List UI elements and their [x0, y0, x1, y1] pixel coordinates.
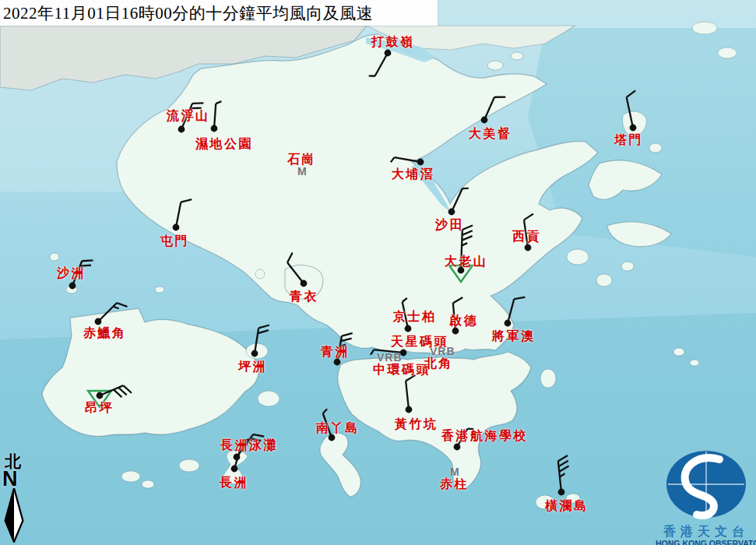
station-label: 濕地公園	[195, 137, 253, 151]
station-label: 啟德	[449, 314, 478, 328]
island-lung-kwu-chau	[50, 253, 59, 261]
island-tung-lung	[540, 369, 556, 388]
hko-logo-icon	[657, 449, 755, 521]
north-compass: 北 N	[2, 454, 36, 545]
station-label: 流浮山	[167, 109, 210, 123]
station-label: 北角	[424, 357, 453, 371]
station-label: 長洲泳灘	[220, 438, 278, 452]
station-label: 中環碼頭	[373, 363, 431, 377]
station-label: 赤鱲角	[83, 326, 127, 340]
island-brothers	[155, 287, 164, 293]
island-ma-wan	[255, 269, 265, 279]
island-ninepin-2	[690, 360, 699, 366]
hko-logo: 香港天文台 HONG KONG OBSERVATORY	[656, 449, 756, 545]
title-bar: 2022年11月01日16時00分的十分鐘平均風向及風速	[0, 0, 438, 26]
station-label: 打鼓嶺	[371, 35, 415, 49]
station-label: 青洲	[321, 345, 350, 359]
island-ninepin-1	[673, 348, 684, 356]
island-grass	[649, 143, 662, 153]
hko-name-en: HONG KONG OBSERVATORY	[656, 539, 756, 545]
hko-name-zh: 香港天文台	[656, 524, 756, 539]
station-label: 將軍澳	[492, 329, 536, 343]
station-label: 昂坪	[85, 401, 114, 415]
station-label: 坪洲	[238, 360, 267, 374]
station-label: 香港航海學校	[441, 429, 528, 443]
station-label: 橫瀾島	[545, 499, 589, 513]
island-jin	[596, 274, 612, 287]
station-label: 沙洲	[57, 266, 86, 280]
wind-map-page: 2022年11月01日16時00分的十分鐘平均風向及風速 打鼓嶺流浮山濕地公園石…	[0, 0, 756, 545]
station-label: 青衣	[290, 290, 318, 304]
station-label: 南丫島	[316, 421, 360, 435]
island-hei-ling-chau	[258, 391, 280, 406]
station-label: 天星碼頭	[391, 335, 448, 349]
station-status-marker: VRB	[377, 352, 403, 363]
station-status-marker: M	[297, 166, 308, 177]
station-label: 大埔滘	[392, 167, 435, 181]
island-crooked	[487, 61, 503, 70]
compass-north-en-label: N	[2, 470, 36, 488]
island-northeast-1	[692, 22, 717, 34]
island-kau-sai	[567, 249, 589, 265]
island-soko-2	[142, 480, 154, 488]
station-label: 石崗	[287, 153, 316, 167]
station-label: 大老山	[445, 255, 488, 269]
page-title: 2022年11月01日16時00分的十分鐘平均風向及風速	[0, 2, 373, 24]
station-label: 塔門	[614, 133, 643, 147]
station-status-marker: M	[450, 466, 460, 477]
station-label: 屯門	[160, 234, 189, 248]
station-label: 長洲	[220, 476, 248, 490]
station-label: 西貢	[512, 230, 541, 244]
island-shek-kwu-chau	[179, 459, 199, 472]
island-sha-chau	[66, 286, 77, 294]
station-label: 沙田	[435, 218, 464, 232]
station-label: 京士柏	[393, 310, 437, 324]
island-peng-chau	[246, 343, 268, 359]
island-kat-o	[511, 52, 523, 60]
north-arrow-icon	[2, 488, 26, 543]
island-northeast-2	[718, 47, 737, 58]
station-label: 大美督	[469, 127, 512, 141]
island-soko-1	[121, 471, 140, 482]
station-label: 黃竹坑	[395, 417, 438, 431]
station-label: 赤柱	[440, 477, 469, 491]
island-shelter	[621, 262, 634, 271]
hong-kong-map	[0, 0, 756, 545]
